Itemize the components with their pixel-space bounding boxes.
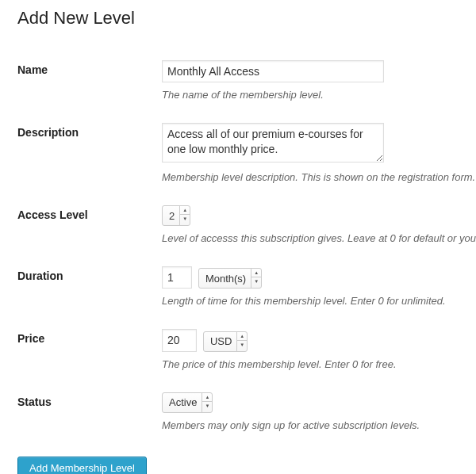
desc-price: The price of this membership level. Ente…: [162, 358, 476, 370]
desc-duration: Length of time for this membership level…: [162, 295, 476, 307]
desc-description: Membership level description. This is sh…: [162, 171, 476, 183]
desc-name: The name of the membership level.: [162, 89, 476, 101]
desc-status: Members may only sign up for active subs…: [162, 419, 476, 431]
label-duration: Duration: [17, 255, 162, 318]
duration-input[interactable]: [162, 266, 192, 289]
desc-access-level: Level of accesss this subscription gives…: [162, 232, 476, 244]
name-input[interactable]: [162, 60, 384, 82]
label-access-level: Access Level: [17, 194, 162, 255]
price-currency-value: USD: [204, 335, 236, 347]
status-select[interactable]: Active ▲▼: [162, 392, 213, 413]
price-input[interactable]: [162, 329, 197, 351]
label-price: Price: [17, 318, 162, 380]
form-table: Name The name of the membership level. D…: [17, 49, 476, 442]
label-name: Name: [17, 49, 162, 112]
add-membership-level-button[interactable]: Add Membership Level: [17, 457, 147, 474]
price-currency-select[interactable]: USD ▲▼: [203, 331, 248, 352]
stepper-icon: ▲▼: [179, 206, 190, 225]
duration-unit-value: Month(s): [199, 273, 251, 285]
page-title: Add New Level: [17, 8, 476, 29]
access-level-value: 2: [163, 210, 179, 222]
duration-unit-select[interactable]: Month(s) ▲▼: [198, 268, 262, 289]
status-value: Active: [163, 396, 202, 408]
label-status: Status: [17, 381, 162, 442]
stepper-icon: ▲▼: [236, 332, 247, 351]
stepper-icon: ▲▼: [251, 269, 261, 288]
stepper-icon: ▲▼: [202, 393, 212, 412]
access-level-select[interactable]: 2 ▲▼: [162, 205, 190, 226]
label-description: Description: [17, 112, 162, 194]
description-textarea[interactable]: Access all of our premium e-courses for …: [162, 123, 384, 162]
